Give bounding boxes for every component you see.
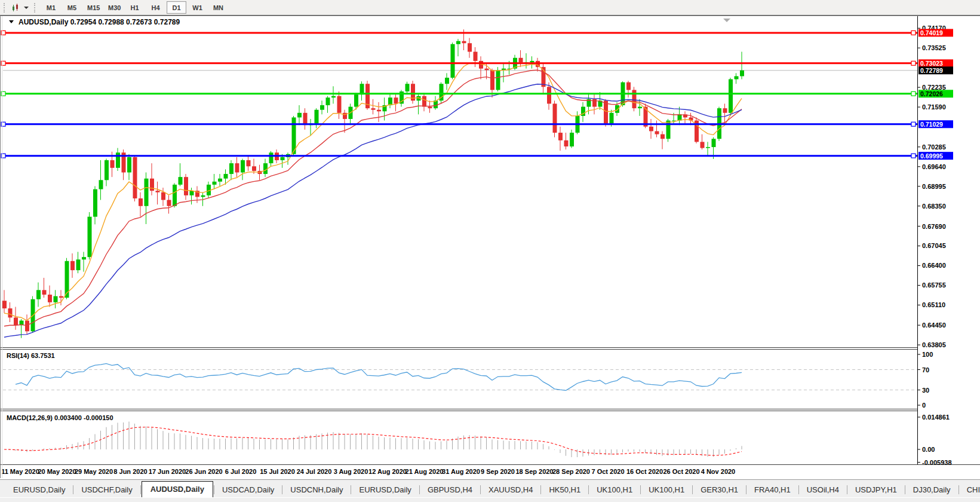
rsi-axis-label: 0 <box>922 402 926 409</box>
hline-handle[interactable] <box>911 91 916 96</box>
candle-body <box>161 192 165 200</box>
candle-body <box>65 261 69 298</box>
candle-body <box>145 179 149 206</box>
timeframe-button-h4[interactable]: H4 <box>146 1 165 14</box>
date-label: 6 Jul 2020 <box>225 468 257 475</box>
hline-handle[interactable] <box>911 30 916 35</box>
chart-tab-usdcnh-daily[interactable]: USDCNH,Daily <box>283 483 350 498</box>
candle-body <box>474 52 478 61</box>
chart-tab-dj30-daily[interactable]: DJ30,Daily <box>906 483 958 498</box>
candle-body <box>48 295 52 302</box>
candle-body <box>213 182 217 185</box>
candle-body <box>320 105 324 110</box>
chart-tab-ger30-h1[interactable]: GER30,H1 <box>693 483 745 498</box>
candle-body <box>626 82 631 90</box>
chart-tab-china300-h1[interactable]: CHINA300,H1 <box>960 483 980 498</box>
price-axis[interactable] <box>918 16 980 464</box>
candle-body <box>281 157 285 160</box>
candle-body <box>553 103 557 133</box>
price-axis-label: 0.67690 <box>922 223 946 230</box>
timeframe-button-m30[interactable]: M30 <box>104 1 124 14</box>
tab-separator <box>847 485 847 494</box>
candle-body <box>570 133 574 146</box>
candle-body <box>706 147 710 148</box>
chart-tab-usdjpy-h1[interactable]: USDJPY,H1 <box>848 483 904 498</box>
candle-body <box>660 134 665 139</box>
macd-axis-label: -0.005938 <box>922 459 952 466</box>
chart-tab-usoil-h4[interactable]: USOil,H4 <box>800 483 846 498</box>
timeframe-button-m1[interactable]: M1 <box>41 1 61 14</box>
date-label: 29 May 2020 <box>75 468 113 475</box>
candle-body <box>592 99 597 107</box>
candle-body <box>405 84 410 91</box>
tab-separator <box>746 485 746 494</box>
candle-body <box>451 44 455 78</box>
candle-body <box>723 108 727 113</box>
date-label: 26 Jun 2020 <box>185 468 222 475</box>
current-price-badge-label: 0.72789 <box>920 67 943 74</box>
chart-tab-fra40-h1[interactable]: FRA40,H1 <box>747 483 798 498</box>
candle-body <box>485 69 489 71</box>
candle-body <box>297 113 302 118</box>
candle-body <box>490 70 494 90</box>
candle-body <box>184 177 188 195</box>
candle-body <box>666 121 671 139</box>
chart-tab-hk50-h1[interactable]: HK50,H1 <box>542 483 588 498</box>
candle-body <box>740 71 744 76</box>
timeframe-button-mn[interactable]: MN <box>208 1 228 14</box>
chart-type-dropdown-caret-icon[interactable] <box>24 7 29 9</box>
candle-body <box>468 43 472 51</box>
hline-handle[interactable] <box>911 122 916 126</box>
hline-handle[interactable] <box>911 61 916 65</box>
price-axis-label: 0.67045 <box>922 242 946 249</box>
rsi-pane[interactable] <box>3 350 917 408</box>
chart-title: AUDUSD,Daily 0.72954 0.72988 0.72673 0.7… <box>19 18 180 26</box>
price-axis-label: 0.65110 <box>922 301 945 308</box>
chart-tab-eurusd-daily[interactable]: EURUSD,Daily <box>6 483 72 498</box>
chart-tab-audusd-daily[interactable]: AUDUSD,Daily <box>142 481 213 498</box>
candle-body <box>354 94 358 106</box>
chart-tab-uk100-h1[interactable]: UK100,H1 <box>589 483 640 498</box>
tab-separator <box>959 485 959 494</box>
chart-tab-usdcad-daily[interactable]: USDCAD,Daily <box>215 483 281 498</box>
date-label: 8 Jun 2020 <box>113 468 147 475</box>
chart-tab-bar: EURUSD,DailyUSDCHF,DailyAUDUSD,DailyUSDC… <box>0 479 980 498</box>
date-label: 12 Aug 2020 <box>368 468 407 475</box>
candle-body <box>331 96 336 98</box>
timeframe-button-d1[interactable]: D1 <box>167 1 186 14</box>
chart-tab-usdchf-daily[interactable]: USDCHF,Daily <box>74 483 139 498</box>
candle-body <box>218 179 222 182</box>
candle-body <box>2 301 7 308</box>
main-chart-pane[interactable] <box>3 16 917 347</box>
toolbar-grip[interactable] <box>4 3 7 13</box>
candle-body <box>371 108 376 110</box>
candle-body <box>729 79 733 113</box>
candle-body <box>315 110 319 124</box>
price-badge-label: 0.74019 <box>920 29 943 36</box>
candle-body <box>445 78 449 84</box>
chart-tab-xauusd-h4[interactable]: XAUUSD,H4 <box>481 483 540 498</box>
timeframe-button-w1[interactable]: W1 <box>188 1 207 14</box>
tab-separator <box>798 485 799 494</box>
timeframe-button-group: M1M5M15M30H1H4D1W1MN <box>41 1 229 14</box>
timeframe-button-m15[interactable]: M15 <box>83 1 103 14</box>
chart-tab-uk100-h1[interactable]: UK100,H1 <box>641 483 692 498</box>
timeframe-button-m5[interactable]: M5 <box>62 1 82 14</box>
candle-body <box>179 177 183 185</box>
candle-body <box>93 189 97 217</box>
price-axis-label: 0.63805 <box>922 341 946 348</box>
chart-tab-gbpusd-h4[interactable]: GBPUSD,H4 <box>420 483 480 498</box>
hline-handle[interactable] <box>911 154 916 158</box>
chart-tabs: EURUSD,DailyUSDCHF,DailyAUDUSD,DailyUSDC… <box>0 482 980 498</box>
candle-body <box>235 163 239 172</box>
timeframe-button-h1[interactable]: H1 <box>125 1 145 14</box>
candle-body <box>36 290 41 299</box>
candle-body <box>558 133 563 140</box>
chart-tab-eurusd-daily[interactable]: EURUSD,Daily <box>352 483 418 498</box>
chart-cursor-icon[interactable] <box>10 2 22 13</box>
date-label: 17 Jun 2020 <box>149 468 186 475</box>
toolbar-grip[interactable] <box>34 3 38 13</box>
tab-separator <box>540 485 541 494</box>
candle-body <box>252 166 256 171</box>
candle-body <box>224 174 228 179</box>
